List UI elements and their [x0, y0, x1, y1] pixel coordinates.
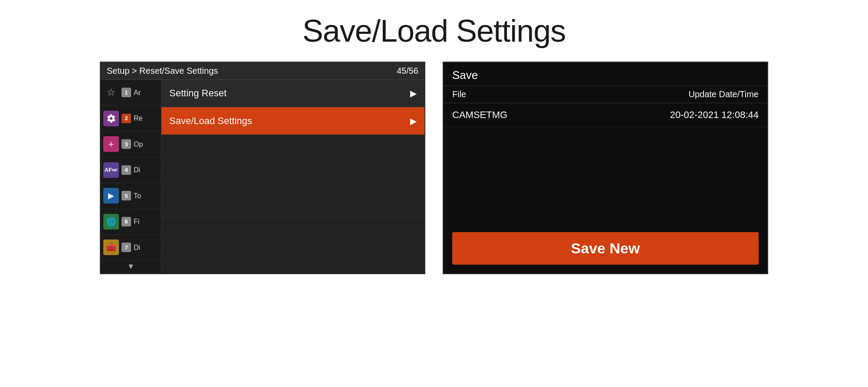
sidebar-abbr-3: Op [134, 140, 143, 148]
right-screen: Save File Update Date/Time CAMSETMG 20-0… [443, 62, 768, 274]
sidebar-abbr-4: Di [134, 166, 140, 174]
menu-item-setting-reset[interactable]: Setting Reset ▶ [161, 80, 424, 107]
scroll-arrow-row: ▼ [101, 261, 161, 272]
menu-area: Setting Reset ▶ Save/Load Settings ▶ [161, 80, 424, 272]
sidebar-item-5[interactable]: ▶ 5 To [101, 183, 161, 209]
menu-item-save-load[interactable]: Save/Load Settings ▶ [161, 107, 424, 134]
table-row-0[interactable]: CAMSETMG 20-02-2021 12:08:44 [444, 103, 767, 127]
sidebar-item-7[interactable]: 🧰 7 Di [101, 235, 161, 261]
menu-empty-3 [161, 190, 424, 217]
arrow-icon-1: ▶ [410, 88, 417, 98]
tool-icon: 🧰 [103, 239, 119, 255]
menu-empty-1 [161, 135, 424, 162]
globe-icon: 🌐 [103, 214, 119, 230]
sidebar-item-3[interactable]: ＋ 3 Op [101, 131, 161, 157]
right-screen-title: Save [444, 62, 767, 86]
menu-item-label-1: Setting Reset [169, 88, 227, 99]
menu-empty-5 [161, 245, 424, 272]
screen-header: Setup > Reset/Save Settings 45/56 [101, 62, 424, 80]
star-icon: ☆ [103, 85, 119, 100]
badge-5: 5 [122, 191, 131, 200]
sidebar: ☆ 1 Ar 2 Re ＋ 3 [101, 80, 161, 272]
breadcrumb: Setup > Reset/Save Settings [107, 66, 218, 76]
pagination: 45/56 [397, 66, 418, 76]
row-file-0: CAMSETMG [452, 109, 575, 121]
left-screen: Setup > Reset/Save Settings 45/56 ☆ 1 Ar [100, 62, 425, 274]
badge-7: 7 [122, 243, 131, 252]
sidebar-item-2[interactable]: 2 Re [101, 106, 161, 132]
row-date-0: 20-02-2021 12:08:44 [575, 109, 759, 121]
badge-1: 1 [122, 88, 131, 97]
badge-4: 4 [122, 165, 131, 175]
sidebar-item-4[interactable]: AFMF 4 Di [101, 157, 161, 184]
col-date-header: Update Date/Time [575, 89, 759, 99]
sidebar-abbr-7: Di [134, 243, 140, 252]
right-spacer [444, 127, 767, 224]
badge-2: 2 [122, 114, 131, 123]
sidebar-abbr-6: Fi [134, 217, 139, 226]
save-new-button[interactable]: Save New [452, 232, 759, 265]
sidebar-abbr-2: Re [134, 114, 142, 122]
screens-container: Setup > Reset/Save Settings 45/56 ☆ 1 Ar [0, 62, 868, 274]
sidebar-abbr-1: Ar [134, 89, 141, 97]
badge-6: 6 [122, 217, 131, 226]
right-table-header: File Update Date/Time [444, 86, 767, 103]
camera-icon [103, 111, 119, 126]
badge-3: 3 [122, 139, 131, 149]
menu-empty-4 [161, 217, 424, 245]
arrow-icon-2: ▶ [410, 116, 417, 126]
play-icon: ▶ [103, 188, 119, 203]
sidebar-item-1[interactable]: ☆ 1 Ar [101, 80, 161, 106]
menu-item-label-2: Save/Load Settings [169, 115, 252, 127]
col-file-header: File [452, 89, 575, 99]
scroll-down-icon: ▼ [127, 262, 135, 271]
menu-empty-2 [161, 162, 424, 190]
af-icon: AFMF [103, 162, 119, 178]
page-title: Save/Load Settings [0, 0, 868, 62]
plus-icon: ＋ [103, 136, 119, 152]
sidebar-item-6[interactable]: 🌐 6 Fi [101, 209, 161, 235]
sidebar-abbr-5: To [134, 192, 141, 200]
left-content: ☆ 1 Ar 2 Re ＋ 3 [101, 80, 424, 272]
